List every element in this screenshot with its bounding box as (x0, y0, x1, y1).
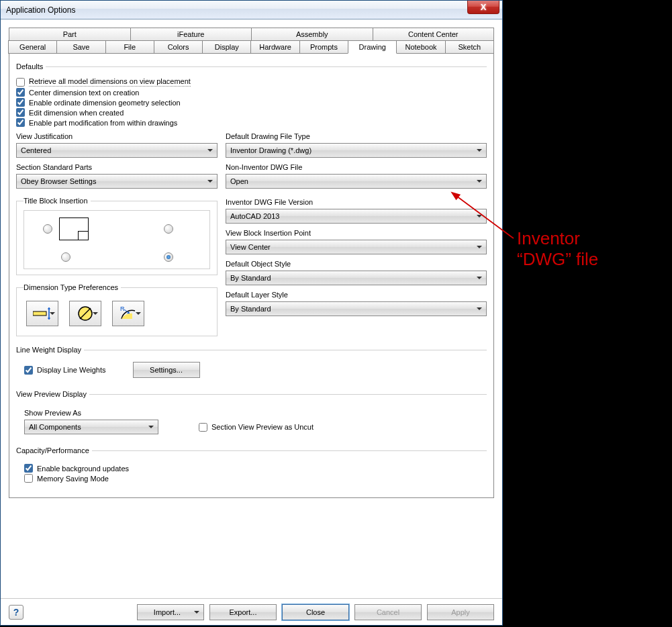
display-line-weights-checkbox[interactable] (24, 366, 33, 375)
settings-button[interactable]: Settings... (133, 362, 200, 378)
tab-drawing[interactable]: Drawing (348, 40, 397, 54)
view-block-label: View Block Insertion Point (226, 229, 487, 237)
tab-file[interactable]: File (105, 40, 154, 54)
obj-style-dropdown[interactable]: By Standard (226, 271, 487, 285)
line-weight-legend: Line Weight Display (16, 346, 84, 354)
enable-ordinate-checkbox[interactable] (16, 98, 25, 107)
tab-colors[interactable]: Colors (154, 40, 203, 54)
tab-part[interactable]: Part (9, 28, 131, 41)
dim-type-diameter-button[interactable] (69, 301, 101, 326)
dim-type-legend: Dimension Type Preferences (23, 283, 121, 291)
edit-dim-label: Edit dimension when created (29, 109, 124, 117)
retrieve-checkbox[interactable] (16, 78, 25, 87)
view-preview-group: View Preview Display Show Preview As All… (16, 390, 487, 442)
title-block-radio-br[interactable] (164, 252, 173, 262)
svg-text:R: R (120, 305, 125, 312)
tab-save[interactable]: Save (56, 40, 105, 54)
apply-button[interactable]: Apply (427, 604, 494, 620)
file-type-label: Default Drawing File Type (226, 132, 487, 140)
tab-content-drawing: Defaults Retrieve all model dimensions o… (9, 53, 494, 498)
display-line-weights-label: Display Line Weights (37, 366, 106, 374)
edit-dim-checkbox[interactable] (16, 108, 25, 117)
dialog-footer: ? Import... Export... Close Cancel Apply (1, 598, 502, 625)
help-button[interactable]: ? (9, 605, 23, 620)
titlebar: Application Options X (1, 1, 502, 19)
enable-part-mod-label: Enable part modification from within dra… (29, 119, 177, 127)
tab-prompts[interactable]: Prompts (299, 40, 348, 54)
inv-ver-dropdown[interactable]: AutoCAD 2013 (226, 209, 487, 224)
section-uncut-checkbox[interactable] (199, 423, 207, 432)
show-preview-label: Show Preview As (24, 409, 479, 417)
dim-type-radius-button[interactable]: R (112, 301, 144, 326)
title-block-radio-bl[interactable] (61, 252, 70, 262)
file-type-dropdown[interactable]: Inventor Drawing (*.dwg) (226, 143, 487, 158)
capacity-group: Capacity/Performance Enable background u… (16, 446, 487, 492)
dim-type-linear-button[interactable] (26, 301, 58, 326)
window-title: Application Options (6, 5, 75, 15)
close-window-button[interactable]: X (467, 1, 499, 14)
retrieve-label: Retrieve all model dimensions on view pl… (29, 77, 191, 87)
tab-general[interactable]: General (8, 40, 57, 54)
title-block-icon (59, 218, 89, 240)
line-weight-group: Line Weight Display Display Line Weights… (16, 346, 487, 386)
capacity-legend: Capacity/Performance (16, 446, 92, 454)
section-std-label: Section Standard Parts (16, 163, 218, 171)
tab-display[interactable]: Display (202, 40, 251, 54)
view-block-dropdown[interactable]: View Center (226, 240, 487, 254)
tab-notebook[interactable]: Notebook (396, 40, 445, 54)
dim-type-group: Dimension Type Preferences R (16, 283, 218, 336)
close-button[interactable]: Close (282, 604, 349, 620)
non-inv-label: Non-Inventor DWG File (226, 163, 487, 171)
layer-style-dropdown[interactable]: By Standard (226, 301, 487, 316)
close-icon: X (481, 2, 487, 12)
defaults-group: Defaults Retrieve all model dimensions o… (16, 62, 487, 342)
mem-saving-checkbox[interactable] (24, 474, 33, 483)
view-preview-legend: View Preview Display (16, 390, 89, 398)
inv-ver-label: Inventor DWG File Version (226, 198, 487, 206)
tab-hardware[interactable]: Hardware (250, 40, 299, 54)
section-uncut-label: Section View Preview as Uncut (211, 423, 314, 431)
tab-content-center[interactable]: Content Center (373, 28, 495, 41)
import-button[interactable]: Import... (137, 604, 204, 620)
svg-rect-0 (33, 311, 46, 316)
title-block-legend: Title Block Insertion (23, 197, 91, 205)
view-just-dropdown[interactable]: Centered (16, 143, 218, 158)
export-button[interactable]: Export... (209, 604, 277, 620)
bg-updates-checkbox[interactable] (24, 464, 33, 473)
enable-ordinate-label: Enable ordinate dimension geometry selec… (29, 99, 181, 107)
section-std-dropdown[interactable]: Obey Browser Settings (16, 174, 218, 189)
center-dim-label: Center dimension text on creation (29, 89, 139, 97)
bg-updates-label: Enable background updates (37, 465, 129, 473)
view-just-label: View Justification (16, 132, 218, 140)
cancel-button[interactable]: Cancel (354, 604, 422, 620)
title-block-radio-tr[interactable] (164, 224, 173, 234)
center-dim-checkbox[interactable] (16, 88, 25, 97)
tab-sketch[interactable]: Sketch (445, 40, 494, 54)
mem-saving-label: Memory Saving Mode (37, 475, 109, 483)
tab-ifeature[interactable]: iFeature (130, 28, 252, 41)
non-inv-dropdown[interactable]: Open (226, 174, 487, 189)
obj-style-label: Default Object Style (226, 260, 487, 268)
layer-style-label: Default Layer Style (226, 291, 487, 299)
application-options-dialog: Application Options X Part iFeature Asse… (0, 0, 503, 626)
defaults-legend: Defaults (16, 62, 46, 70)
title-block-radio-tl[interactable] (43, 224, 52, 234)
enable-part-mod-checkbox[interactable] (16, 118, 25, 127)
tab-assembly[interactable]: Assembly (251, 28, 373, 41)
title-block-group: Title Block Insertion (16, 197, 218, 275)
show-preview-dropdown[interactable]: All Components (24, 420, 158, 434)
annotation-text: Inventor “DWG” file (517, 228, 598, 270)
